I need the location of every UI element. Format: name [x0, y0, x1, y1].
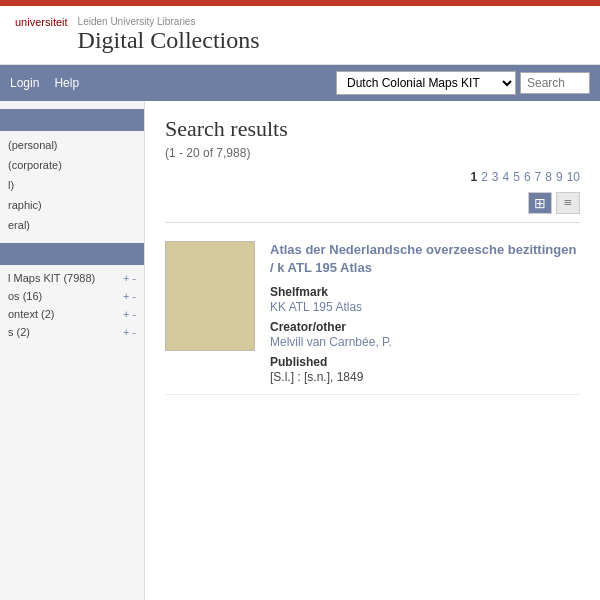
sidebar-item-personal[interactable]: (personal): [0, 135, 144, 155]
facet-plus-3[interactable]: +: [123, 326, 129, 338]
sidebar-divider: [0, 235, 144, 243]
result-title-0[interactable]: Atlas der Nederlandsche overzeesche bezi…: [270, 241, 580, 277]
university-link[interactable]: universiteit: [15, 16, 68, 28]
login-link[interactable]: Login: [10, 76, 39, 90]
list-view-button[interactable]: ≡: [556, 192, 580, 214]
published-value: [S.l.] : [s.n.], 1849: [270, 370, 580, 384]
sidebar-facet-1: os (16) + -: [0, 287, 144, 305]
site-title: Digital Collections: [78, 27, 260, 54]
main-layout: (personal) (corporate) l) raphic) eral) …: [0, 101, 600, 600]
collection-select[interactable]: Dutch Colonial Maps KIT: [336, 71, 516, 95]
page-9[interactable]: 9: [556, 170, 563, 184]
sidebar-section-header-2: [0, 243, 144, 265]
result-thumbnail-0[interactable]: [165, 241, 255, 351]
creator-value[interactable]: Melvill van Carnbée, P.: [270, 335, 580, 349]
help-link[interactable]: Help: [54, 76, 79, 90]
facet-plus-0[interactable]: +: [123, 272, 129, 284]
shelfmark-value[interactable]: KK ATL 195 Atlas: [270, 300, 580, 314]
creator-label: Creator/other: [270, 320, 580, 334]
page-8[interactable]: 8: [545, 170, 552, 184]
grid-view-button[interactable]: ⊞: [528, 192, 552, 214]
facet-plus-2[interactable]: +: [123, 308, 129, 320]
sidebar-item-eral[interactable]: eral): [0, 215, 144, 235]
result-item-0: Atlas der Nederlandsche overzeesche bezi…: [165, 231, 580, 395]
facet-minus-0[interactable]: -: [132, 272, 136, 284]
facet-controls-0: + -: [123, 272, 136, 284]
facet-label-2: ontext (2): [8, 308, 54, 320]
header-left: universiteit Leiden University Libraries…: [15, 16, 260, 54]
search-bar: Dutch Colonial Maps KIT: [336, 71, 590, 95]
facet-label-3: s (2): [8, 326, 30, 338]
result-info-0: Atlas der Nederlandsche overzeesche bezi…: [270, 241, 580, 384]
header-titles: Leiden University Libraries Digital Coll…: [78, 16, 260, 54]
sidebar-item-corporate[interactable]: (corporate): [0, 155, 144, 175]
facet-controls-1: + -: [123, 290, 136, 302]
result-count: (1 - 20 of 7,988): [165, 146, 580, 160]
page-6[interactable]: 6: [524, 170, 531, 184]
sidebar: (personal) (corporate) l) raphic) eral) …: [0, 101, 145, 600]
view-toggles: ⊞ ≡: [165, 192, 580, 223]
facet-minus-2[interactable]: -: [132, 308, 136, 320]
facet-controls-2: + -: [123, 308, 136, 320]
page-5[interactable]: 5: [513, 170, 520, 184]
search-input[interactable]: [520, 72, 590, 94]
facet-label-0: l Maps KIT (7988): [8, 272, 95, 284]
page-2[interactable]: 2: [481, 170, 488, 184]
content: Search results (1 - 20 of 7,988) 1 2 3 4…: [145, 101, 600, 600]
page-1[interactable]: 1: [470, 170, 477, 184]
facet-controls-3: + -: [123, 326, 136, 338]
shelfmark-label: Shelfmark: [270, 285, 580, 299]
header: universiteit Leiden University Libraries…: [0, 6, 600, 65]
sidebar-facet-3: s (2) + -: [0, 323, 144, 341]
page-3[interactable]: 3: [492, 170, 499, 184]
search-results-title: Search results: [165, 116, 580, 142]
sidebar-facet-2: ontext (2) + -: [0, 305, 144, 323]
sidebar-item-graphic[interactable]: raphic): [0, 195, 144, 215]
sidebar-item-l[interactable]: l): [0, 175, 144, 195]
facet-minus-1[interactable]: -: [132, 290, 136, 302]
leiden-label: Leiden University Libraries: [78, 16, 260, 27]
sidebar-section-header-1: [0, 109, 144, 131]
page-10[interactable]: 10: [567, 170, 580, 184]
facet-label-1: os (16): [8, 290, 42, 302]
nav-bar: Login Help Dutch Colonial Maps KIT: [0, 65, 600, 101]
pagination: 1 2 3 4 5 6 7 8 9 10: [165, 170, 580, 184]
facet-minus-3[interactable]: -: [132, 326, 136, 338]
facet-plus-1[interactable]: +: [123, 290, 129, 302]
sidebar-facet-0: l Maps KIT (7988) + -: [0, 269, 144, 287]
page-4[interactable]: 4: [503, 170, 510, 184]
page-7[interactable]: 7: [535, 170, 542, 184]
published-label: Published: [270, 355, 580, 369]
